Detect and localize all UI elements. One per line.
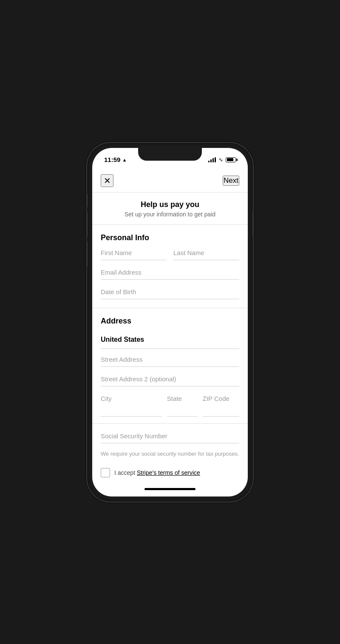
zip-group: ZIP Code — [203, 395, 239, 417]
ssn-label: Social Security Number — [101, 424, 239, 443]
page-subtitle: Set up your information to get paid — [101, 211, 239, 218]
street-group — [101, 356, 239, 374]
state-label: State — [167, 395, 198, 406]
next-button[interactable]: Next — [223, 176, 239, 186]
terms-checkbox[interactable] — [101, 468, 110, 477]
country-field[interactable]: United States — [101, 329, 239, 349]
city-label: City — [101, 395, 162, 406]
street2-input[interactable] — [101, 375, 239, 386]
top-nav: ✕ Next — [92, 169, 248, 193]
signal-icon — [208, 157, 216, 162]
status-icons: ∿ — [208, 156, 236, 163]
first-name-group — [101, 249, 167, 267]
phone-screen: 11:59 ▲ ∿ ✕ Next — [92, 148, 248, 496]
terms-link[interactable]: Stripe's terms of service — [137, 469, 200, 476]
screen-content[interactable]: ✕ Next Help us pay you Set up your infor… — [92, 169, 248, 482]
home-bar — [144, 488, 196, 490]
close-button[interactable]: ✕ — [101, 174, 113, 187]
ssn-section: Social Security Number We require your s… — [92, 424, 248, 465]
volume-up-button — [87, 212, 88, 237]
personal-info-section: Personal Info — [92, 225, 248, 306]
address-section: Address United States City State — [92, 308, 248, 417]
state-input[interactable] — [167, 406, 198, 417]
dob-group — [101, 288, 239, 306]
name-row — [101, 249, 239, 269]
last-name-group — [173, 249, 239, 267]
wifi-icon: ∿ — [218, 156, 223, 163]
ssn-note: We require your social security number f… — [101, 447, 239, 465]
zip-input[interactable] — [203, 406, 239, 417]
battery-icon — [226, 157, 236, 162]
zip-label: ZIP Code — [203, 395, 239, 406]
volume-down-button — [87, 241, 88, 267]
location-icon: ▲ — [122, 157, 127, 162]
first-name-input[interactable] — [101, 249, 167, 260]
state-group: State — [167, 395, 198, 417]
terms-row: I accept Stripe's terms of service — [92, 465, 248, 482]
street-input[interactable] — [101, 356, 239, 367]
notch — [138, 148, 202, 161]
terms-text: I accept Stripe's terms of service — [114, 469, 200, 476]
silent-switch — [87, 194, 88, 207]
address-title: Address — [101, 308, 239, 329]
power-btn — [252, 211, 253, 236]
last-name-input[interactable] — [173, 249, 239, 260]
volume-buttons — [87, 194, 88, 267]
power-button — [252, 211, 253, 236]
home-indicator — [92, 482, 248, 496]
email-group — [101, 269, 239, 287]
street2-group — [101, 375, 239, 393]
page-header: Help us pay you Set up your information … — [92, 193, 248, 225]
city-group: City — [101, 395, 162, 417]
dob-input[interactable] — [101, 288, 239, 299]
phone-frame: 11:59 ▲ ∿ ✕ Next — [87, 143, 253, 502]
city-input[interactable] — [101, 406, 162, 417]
city-state-zip-row: City State ZIP Code — [101, 395, 239, 417]
email-input[interactable] — [101, 269, 239, 280]
status-time: 11:59 ▲ — [104, 156, 127, 163]
ssn-divider — [101, 443, 239, 443]
personal-info-title: Personal Info — [101, 225, 239, 249]
page-title: Help us pay you — [101, 200, 239, 209]
